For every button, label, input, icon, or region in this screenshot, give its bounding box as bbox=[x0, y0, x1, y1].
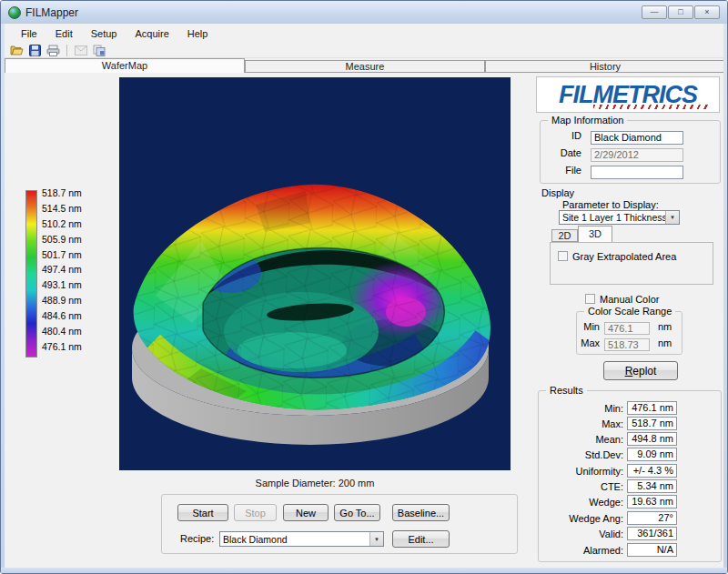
result-uniformity-value: +/- 4.3 % bbox=[627, 464, 677, 478]
recipe-combobox[interactable]: Black Diamond ▼ bbox=[219, 531, 384, 547]
color-scale-label: 514.5 nm bbox=[42, 201, 96, 217]
color-scale-label: 488.9 nm bbox=[42, 293, 96, 308]
color-scale-label: 501.7 nm bbox=[42, 247, 96, 263]
window-frame-left bbox=[1, 24, 5, 573]
chevron-down-icon[interactable]: ▼ bbox=[369, 532, 383, 546]
baseline-button[interactable]: Baseline... bbox=[392, 504, 450, 521]
gray-extrapolated-label: Gray Extrapolated Area bbox=[572, 251, 676, 262]
result-wedgeang-value: 27° bbox=[627, 511, 677, 525]
max-unit: nm bbox=[658, 337, 672, 348]
color-scale-label: 480.4 nm bbox=[42, 324, 96, 339]
open-folder-icon[interactable] bbox=[9, 44, 24, 56]
menu-edit[interactable]: Edit bbox=[46, 25, 82, 42]
color-scale-label: 476.1 nm bbox=[42, 339, 96, 355]
menu-acquire[interactable]: Acquire bbox=[126, 25, 177, 42]
file-field[interactable] bbox=[591, 166, 683, 179]
minimize-button[interactable]: — bbox=[642, 5, 667, 19]
result-alarmed-label: Alarmed: bbox=[538, 545, 623, 556]
result-mean-value: 494.8 nm bbox=[627, 432, 677, 446]
file-field-wrap bbox=[591, 163, 683, 176]
date-field bbox=[591, 148, 683, 162]
menu-setup[interactable]: Setup bbox=[82, 25, 126, 42]
app-icon bbox=[8, 6, 21, 19]
result-valid-label: Valid: bbox=[538, 529, 623, 539]
color-scale-label: 518.7 nm bbox=[42, 186, 96, 201]
tab-history[interactable]: History bbox=[485, 60, 725, 73]
title-bar[interactable]: FILMapper — □ × bbox=[1, 1, 727, 24]
tab-wafermap[interactable]: WaferMap bbox=[5, 58, 245, 73]
display-3d-panel bbox=[550, 242, 713, 285]
new-button[interactable]: New bbox=[283, 504, 329, 521]
result-alarmed-value: N/A bbox=[627, 543, 677, 557]
gray-extrapolated-checkbox[interactable] bbox=[558, 251, 568, 261]
recipe-label: Recipe: bbox=[180, 533, 214, 544]
stop-button[interactable]: Stop bbox=[234, 504, 277, 521]
app-window: FILMapper — □ × File Edit Setup Acquire … bbox=[0, 0, 728, 574]
result-cte-value: 5.34 nm bbox=[627, 479, 677, 493]
toolbar-separator bbox=[66, 45, 67, 56]
min-unit: nm bbox=[658, 321, 672, 332]
wafer-3d-plot[interactable] bbox=[119, 77, 511, 470]
chevron-down-icon[interactable]: ▼ bbox=[665, 211, 679, 224]
replot-label-rest: eplot bbox=[632, 365, 656, 378]
manual-color-label: Manual Color bbox=[600, 294, 659, 305]
result-wedge-value: 19.63 nm bbox=[627, 495, 677, 509]
print-icon[interactable] bbox=[46, 44, 60, 56]
tab-2d[interactable]: 2D bbox=[551, 229, 578, 242]
max-field-wrap bbox=[604, 336, 650, 348]
window-frame-bottom bbox=[1, 568, 727, 573]
recipe-value: Black Diamond bbox=[220, 534, 369, 545]
file-label: File bbox=[547, 165, 581, 176]
result-max-value: 518.7 nm bbox=[627, 417, 677, 430]
color-scale-bar bbox=[25, 190, 37, 357]
color-scale-label: 505.9 nm bbox=[42, 232, 96, 247]
toolbar bbox=[5, 43, 725, 58]
menu-help[interactable]: Help bbox=[178, 25, 217, 42]
map-information-title: Map Information bbox=[548, 115, 627, 126]
parameter-combobox[interactable]: Site 1 Layer 1 Thickness ▼ bbox=[559, 210, 680, 225]
tab-measure[interactable]: Measure bbox=[245, 60, 485, 73]
tab-3d[interactable]: 3D bbox=[578, 226, 612, 242]
result-cte-label: CTE: bbox=[538, 481, 623, 492]
edit-recipe-button[interactable]: Edit... bbox=[392, 530, 450, 548]
color-scale-label: 510.2 nm bbox=[42, 217, 96, 232]
result-min-label: Min: bbox=[538, 403, 623, 414]
result-mean-label: Mean: bbox=[538, 434, 623, 445]
display-section-title: Display bbox=[541, 187, 574, 198]
result-wedge-label: Wedge: bbox=[538, 497, 623, 508]
result-valid-value: 361/361 bbox=[627, 527, 677, 540]
result-min-value: 476.1 nm bbox=[627, 401, 677, 415]
result-max-label: Max: bbox=[538, 418, 623, 429]
goto-button[interactable]: Go To... bbox=[334, 504, 380, 521]
manual-color-checkbox[interactable] bbox=[585, 294, 595, 304]
close-button[interactable]: × bbox=[694, 5, 720, 19]
save-icon[interactable] bbox=[27, 44, 42, 56]
maximize-button[interactable]: □ bbox=[668, 5, 693, 19]
copy-icon[interactable] bbox=[92, 44, 106, 56]
id-label: ID bbox=[547, 130, 581, 141]
color-scale-labels: 518.7 nm 514.5 nm 510.2 nm 505.9 nm 501.… bbox=[42, 186, 96, 355]
start-button[interactable]: Start bbox=[177, 504, 228, 521]
mail-icon[interactable] bbox=[74, 44, 88, 56]
main-tab-strip: WaferMap Measure History bbox=[5, 58, 725, 73]
id-field-wrap bbox=[591, 128, 683, 142]
min-field bbox=[604, 322, 650, 335]
color-scale-label: 484.6 nm bbox=[42, 308, 96, 324]
window-title: FILMapper bbox=[25, 6, 78, 19]
color-scale-label: 497.4 nm bbox=[42, 262, 96, 277]
parameter-value: Site 1 Layer 1 Thickness bbox=[560, 212, 665, 223]
id-field[interactable] bbox=[591, 131, 683, 145]
result-wedgeang-label: Wedge Ang: bbox=[538, 513, 623, 524]
replot-label-first: R bbox=[625, 365, 633, 378]
logo-hatch-underline bbox=[593, 105, 710, 109]
color-scale-label: 493.1 nm bbox=[42, 277, 96, 293]
replot-button[interactable]: Replot bbox=[603, 361, 678, 380]
results-title: Results bbox=[546, 385, 587, 396]
max-field bbox=[604, 338, 650, 351]
window-frame-right bbox=[723, 24, 727, 573]
menu-bar: File Edit Setup Acquire Help bbox=[5, 25, 725, 43]
sample-diameter-caption: Sample Diameter: 200 mm bbox=[119, 478, 511, 488]
color-scale-range-title: Color Scale Range bbox=[584, 306, 675, 317]
menu-file[interactable]: File bbox=[12, 25, 46, 42]
result-stddev-label: Std.Dev: bbox=[538, 449, 623, 460]
